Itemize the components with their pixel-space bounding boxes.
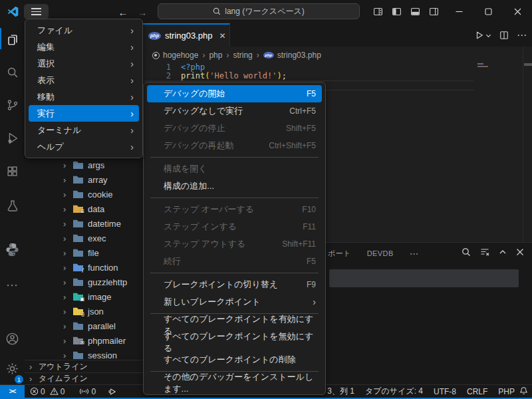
editor-actions: ⋯ bbox=[475, 29, 527, 41]
navigate-back-button[interactable]: ← bbox=[116, 5, 130, 19]
menu-item-file[interactable]: ファイル bbox=[29, 22, 139, 39]
submenu-chevron-icon bbox=[130, 75, 134, 86]
chevron-right-icon bbox=[63, 263, 68, 273]
tree-item-image[interactable]: ▣image bbox=[25, 289, 143, 304]
run-file-button[interactable] bbox=[475, 31, 491, 40]
source-control-icon[interactable] bbox=[0, 90, 25, 120]
toggle-primary-sidebar-icon[interactable] bbox=[392, 7, 402, 17]
panel-tab-ports[interactable]: ポート bbox=[328, 249, 351, 259]
close-panel-icon[interactable] bbox=[516, 248, 524, 256]
menu-item-selection[interactable]: 選択 bbox=[29, 55, 139, 72]
tree-item-phpmailer[interactable]: ✉phpmailer bbox=[25, 333, 143, 348]
debug-status[interactable] bbox=[108, 387, 117, 396]
panel-selected-row[interactable] bbox=[329, 269, 519, 287]
menu-item-edit[interactable]: 編集 bbox=[29, 39, 139, 55]
menu-item-add-configuration[interactable]: 構成の追加... bbox=[147, 178, 322, 195]
split-editor-icon[interactable] bbox=[499, 31, 509, 40]
menu-item-step-over: ステップ オーバーするF10 bbox=[147, 201, 322, 218]
maximize-button[interactable] bbox=[473, 0, 503, 23]
problems-indicator[interactable]: 0 0 bbox=[30, 387, 65, 396]
tree-item-array[interactable]: array bbox=[25, 172, 143, 187]
search-view-icon[interactable] bbox=[0, 58, 25, 87]
more-views-icon[interactable]: ⋯ bbox=[0, 271, 25, 300]
menu-item-remove-all-breakpoints[interactable]: すべてのブレークポイントの削除 bbox=[147, 351, 322, 368]
menu-item-toggle-breakpoint[interactable]: ブレークポイントの切り替えF9 bbox=[147, 276, 322, 293]
scrollbar-track[interactable] bbox=[523, 47, 523, 242]
menu-item-run[interactable]: 実行 bbox=[29, 105, 139, 122]
php-file-icon: php bbox=[148, 32, 161, 40]
language-mode[interactable]: PHP bbox=[498, 387, 515, 396]
navigate-forward-button[interactable]: → bbox=[135, 5, 150, 19]
tree-item-cookie[interactable]: cookie bbox=[25, 187, 143, 201]
menu-item-start-debugging[interactable]: デバッグの開始F5 bbox=[147, 85, 322, 102]
panel-tabs: ポート DEVDB bbox=[328, 248, 419, 259]
menu-hamburger-button[interactable] bbox=[24, 4, 49, 19]
panel-search-icon[interactable] bbox=[462, 247, 471, 257]
tree-item-guzzlehttp[interactable]: guzzlehttp bbox=[25, 275, 143, 289]
breadcrumb-separator-icon bbox=[256, 51, 260, 60]
menu-item-restart-debugging: デバッグの再起動Ctrl+Shift+F5 bbox=[147, 137, 322, 154]
menu-item-go[interactable]: 移動 bbox=[29, 88, 139, 105]
python-icon[interactable] bbox=[0, 235, 25, 264]
testing-icon[interactable] bbox=[0, 192, 25, 221]
chevron-right-icon bbox=[63, 160, 68, 170]
breadcrumb-separator-icon bbox=[201, 51, 205, 60]
command-center-search[interactable]: lang (ワークスペース) bbox=[158, 3, 360, 19]
panel-more-tabs-icon[interactable] bbox=[410, 248, 419, 259]
extensions-icon[interactable] bbox=[0, 157, 25, 186]
ports-indicator[interactable]: 0 bbox=[79, 387, 96, 396]
menu-item-run-without-debugging[interactable]: デバッグなしで実行Ctrl+F5 bbox=[147, 102, 322, 120]
tree-item-args[interactable]: args bbox=[25, 158, 143, 172]
toggle-secondary-sidebar-icon[interactable] bbox=[429, 7, 439, 17]
folder-icon bbox=[73, 176, 83, 184]
tree-item-file[interactable]: file bbox=[25, 245, 143, 260]
timeline-section-header[interactable]: タイムライン bbox=[25, 372, 143, 384]
breadcrumb[interactable]: hogehoge php string php string03.php bbox=[143, 48, 532, 63]
breadcrumb-symbol-icon bbox=[152, 52, 160, 59]
code-line-2: print('Hello world!'); bbox=[181, 72, 287, 80]
explorer-icon[interactable] bbox=[0, 25, 25, 55]
tree-item-function[interactable]: ƒfunction bbox=[25, 260, 143, 275]
settings-gear-icon[interactable]: 1 bbox=[0, 354, 25, 383]
menu-item-view[interactable]: 表示 bbox=[29, 72, 139, 88]
tree-item-parallel[interactable]: parallel bbox=[25, 319, 143, 333]
encoding[interactable]: UTF-8 bbox=[434, 387, 456, 396]
eol-sequence[interactable]: CRLF bbox=[467, 387, 487, 396]
outline-section-header[interactable]: アウトライン bbox=[25, 360, 143, 372]
menu-item-step-out: ステップ アウトするShift+F11 bbox=[147, 235, 322, 253]
menu-item-help[interactable]: ヘルプ bbox=[29, 138, 139, 155]
file-tree: args array cookie ≣data datetime exec fi… bbox=[25, 158, 143, 361]
close-window-button[interactable] bbox=[503, 0, 532, 23]
customize-layout-icon[interactable] bbox=[373, 7, 383, 17]
tab-label: string03.php bbox=[165, 31, 213, 41]
menu-item-terminal[interactable]: ターミナル bbox=[29, 122, 139, 138]
menu-item-install-additional-debuggers[interactable]: その他のデバッガーをインストールします... bbox=[147, 374, 322, 392]
toggle-panel-icon[interactable] bbox=[410, 7, 420, 17]
tab-string03-php[interactable]: php string03.php ✕ bbox=[143, 23, 230, 47]
clear-output-icon[interactable] bbox=[480, 247, 489, 257]
folder-image-icon: ▣ bbox=[73, 293, 83, 301]
tree-item-exec[interactable]: exec bbox=[25, 231, 143, 245]
remote-indicator[interactable]: >< bbox=[0, 385, 25, 398]
chevron-right-icon bbox=[63, 233, 68, 243]
tree-item-json[interactable]: {}json bbox=[25, 304, 143, 319]
search-value: lang (ワークスペース) bbox=[225, 6, 304, 17]
submenu-chevron-icon bbox=[130, 108, 134, 119]
notifications-bell-icon[interactable] bbox=[519, 386, 528, 395]
account-icon[interactable] bbox=[0, 324, 25, 353]
minimize-button[interactable] bbox=[444, 0, 473, 23]
tree-item-data[interactable]: ≣data bbox=[25, 201, 143, 216]
tab-size[interactable]: タブのサイズ: 4 bbox=[365, 386, 423, 397]
tree-item-session[interactable]: session bbox=[25, 348, 143, 361]
menu-separator bbox=[150, 157, 319, 158]
menu-item-disable-all-breakpoints[interactable]: すべてのブレークポイントを無効にする bbox=[147, 334, 322, 351]
run-debug-icon[interactable] bbox=[0, 124, 25, 153]
menu-separator bbox=[150, 198, 319, 198]
tree-item-datetime[interactable]: datetime bbox=[25, 216, 143, 231]
more-actions-icon[interactable]: ⋯ bbox=[517, 29, 527, 41]
panel-tab-devdb[interactable]: DEVDB bbox=[367, 249, 394, 257]
tab-close-icon[interactable]: ✕ bbox=[219, 31, 226, 41]
maximize-panel-icon[interactable] bbox=[499, 248, 507, 256]
minimap[interactable] bbox=[477, 63, 495, 69]
menu-item-new-breakpoint[interactable]: 新しいブレークポイント bbox=[147, 293, 322, 311]
